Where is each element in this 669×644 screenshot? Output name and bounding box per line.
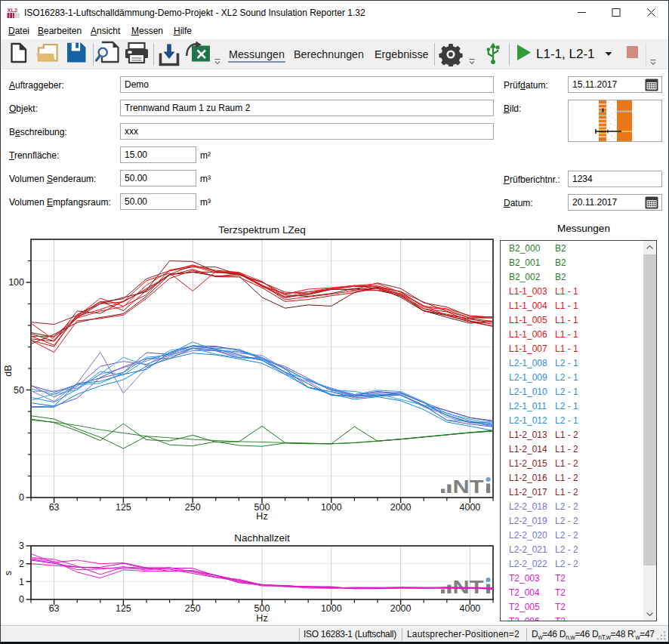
svg-text:NT: NT: [453, 476, 484, 497]
svg-text:2000: 2000: [390, 502, 412, 513]
svg-text:Hz: Hz: [256, 511, 267, 522]
svg-text:125: 125: [116, 603, 131, 614]
svg-text:XL2: XL2: [8, 7, 18, 14]
svg-text:1000: 1000: [321, 502, 342, 513]
svg-text:s: s: [3, 571, 14, 575]
svg-text:Hz: Hz: [256, 613, 267, 624]
svg-text:2000: 2000: [390, 603, 412, 614]
svg-text:2: 2: [19, 559, 24, 569]
svg-text:Nachhallzeit: Nachhallzeit: [234, 532, 290, 544]
svg-text:0: 0: [19, 594, 24, 605]
svg-text:500: 500: [254, 603, 270, 614]
svg-text:dB: dB: [3, 365, 14, 376]
svg-text:NT: NT: [453, 577, 484, 597]
svg-text:Terzspektrum LZeq: Terzspektrum LZeq: [218, 224, 306, 236]
svg-text:250: 250: [185, 502, 201, 513]
svg-text:4000: 4000: [459, 603, 480, 614]
svg-text:1000: 1000: [321, 603, 342, 614]
svg-text:50: 50: [14, 385, 24, 396]
svg-text:250: 250: [185, 603, 201, 614]
svg-text:125: 125: [116, 502, 131, 513]
svg-text:63: 63: [49, 502, 60, 513]
svg-text:3: 3: [19, 541, 24, 551]
svg-text:0: 0: [19, 492, 24, 503]
svg-text:63: 63: [49, 603, 60, 614]
svg-text:100: 100: [8, 277, 24, 288]
svg-text:1: 1: [19, 577, 24, 587]
svg-text:4000: 4000: [459, 502, 480, 513]
